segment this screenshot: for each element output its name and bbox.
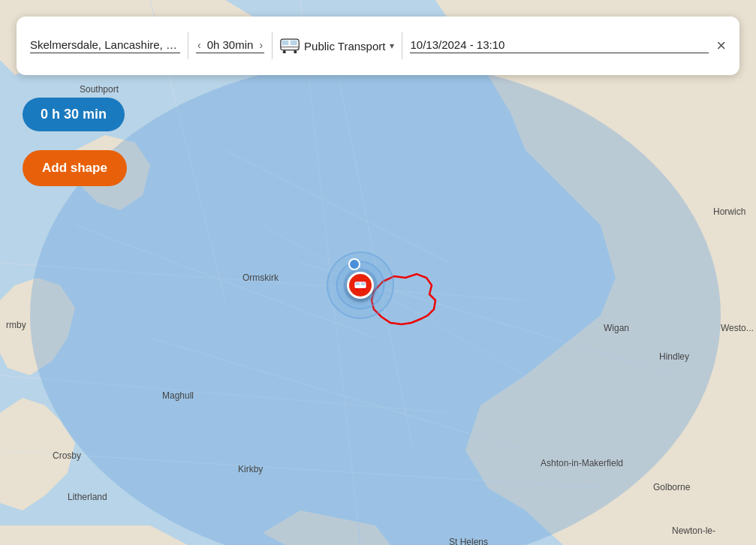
duration-control[interactable]: ‹ 0h 30min ›: [196, 38, 264, 53]
map-container[interactable]: Southport Ormskirk Wigan Hindley Maghull…: [0, 0, 756, 545]
sub-marker: [348, 258, 360, 270]
divider-1: [188, 32, 188, 59]
datetime-input[interactable]: 10/13/2024 - 13:10: [410, 38, 709, 53]
duration-increase-button[interactable]: ›: [258, 40, 264, 50]
divider-3: [402, 32, 402, 59]
svg-point-21: [283, 50, 286, 53]
location-input[interactable]: Skelmersdale, Lancashire, Enc: [30, 38, 180, 53]
transport-mode-selector[interactable]: Public Transport ▾: [280, 38, 394, 53]
transport-chevron-icon: ▾: [390, 41, 394, 51]
svg-rect-19: [282, 41, 289, 46]
location-pin: [347, 272, 374, 299]
bus-icon: [280, 38, 300, 53]
svg-rect-17: [361, 282, 366, 285]
divider-2: [272, 32, 273, 59]
transport-label: Public Transport: [304, 40, 385, 53]
close-button[interactable]: ×: [716, 38, 726, 54]
svg-point-22: [294, 50, 297, 53]
add-shape-button[interactable]: Add shape: [23, 150, 127, 186]
svg-point-15: [363, 288, 365, 291]
search-toolbar: Skelmersdale, Lancashire, Enc ‹ 0h 30min…: [17, 17, 739, 75]
duration-text: 0h 30min: [207, 38, 254, 51]
svg-rect-16: [355, 282, 360, 285]
time-badge: 0 h 30 min: [23, 98, 125, 131]
duration-decrease-button[interactable]: ‹: [196, 40, 203, 50]
svg-rect-20: [291, 41, 297, 46]
svg-point-14: [356, 288, 358, 291]
